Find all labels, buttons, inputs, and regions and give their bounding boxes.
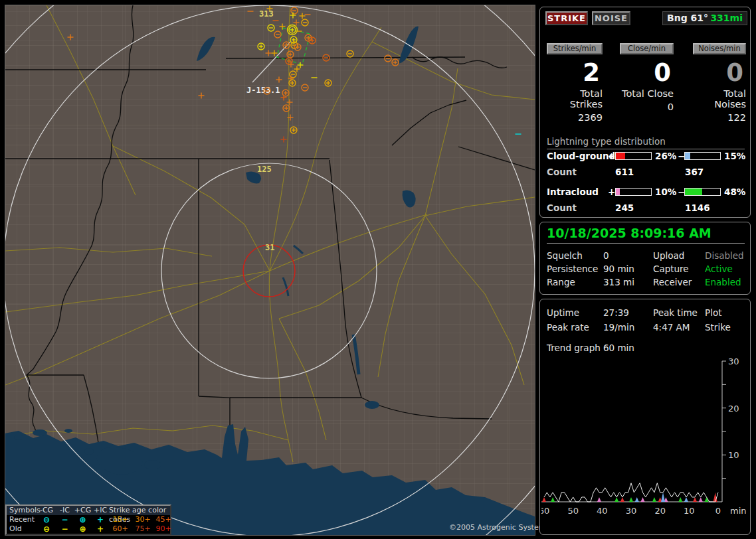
status-field-value: Enabled <box>705 277 741 287</box>
noise-button[interactable]: NOISE <box>592 11 630 25</box>
session-cell: Peak time <box>653 307 698 318</box>
counter-column: Strikes/min2Total Strikes2369 <box>547 43 603 123</box>
session-cell: Plot <box>705 307 721 318</box>
session-cell: 27:39 <box>603 307 629 318</box>
svg-text:J-153.1: J-153.1 <box>246 86 280 95</box>
status-field-label: Capture <box>653 264 689 274</box>
bearing-distance: 331mi <box>710 12 743 25</box>
age-code: 90+ <box>154 524 173 534</box>
distribution-row: Intracloud+10%−48% <box>540 187 751 197</box>
rate-value: 2 <box>547 58 603 87</box>
rate-value: 0 <box>693 58 746 87</box>
map-canvas: J-153.1 31125313 <box>5 5 535 535</box>
legend-row: Recent⊖−⊕+15+30+45+ <box>7 515 170 524</box>
status-field-label: Range <box>547 277 575 287</box>
svg-text:10: 10 <box>728 450 739 460</box>
strike-symbol-glyph: − <box>56 515 74 524</box>
svg-text:40: 40 <box>597 506 608 516</box>
trend-graph: 1020306050403020100min <box>541 352 750 526</box>
svg-text:0: 0 <box>715 506 721 516</box>
count-label: Count <box>547 167 577 177</box>
svg-text:min: min <box>730 506 747 516</box>
legend-panel: Symbols -CG -IC +CG +IC Strike age color… <box>5 504 171 535</box>
status-field-value: 90 min <box>603 264 634 274</box>
minus-percent-bar <box>684 152 721 160</box>
strike-symbol-glyph: ⊕ <box>74 515 92 524</box>
status-field-value: Active <box>705 264 733 274</box>
trend-window-value: 60 min <box>603 343 634 353</box>
legend-row-label: Recent <box>7 515 37 524</box>
count-label: Count <box>547 202 577 213</box>
status-panel: 10/18/2025 8:09:16 AM Squelch0UploadDisa… <box>539 222 751 295</box>
age-code: 15+ <box>109 515 132 524</box>
status-field-value: 313 mi <box>603 277 634 287</box>
session-cell: 19/min <box>603 322 634 333</box>
session-cell: Peak rate <box>547 322 589 333</box>
bearing-value: Bng 61° <box>667 12 708 25</box>
minus-count-value: 367 <box>685 167 704 177</box>
plus-sign: + <box>608 187 615 197</box>
counter-column: Noises/min0Total Noises122 <box>693 43 746 123</box>
total-value: 0 <box>620 102 674 112</box>
plus-percent-bar <box>615 188 652 196</box>
rate-header-button[interactable]: Strikes/min <box>547 43 603 54</box>
plus-count-value: 611 <box>615 167 634 177</box>
lightning-map[interactable]: J-153.1 31125313 <box>5 5 535 535</box>
status-field-label: Squelch <box>547 250 583 261</box>
svg-text:313: 313 <box>259 9 274 19</box>
session-cell: Uptime <box>547 307 579 318</box>
rate-header-button[interactable]: Close/min <box>620 43 674 54</box>
age-code: 60+ <box>109 524 132 534</box>
distribution-count-row: Count2451146 <box>540 202 751 213</box>
total-label: Total Close <box>620 88 674 99</box>
strike-symbol-glyph: + <box>92 515 109 524</box>
strike-symbol-glyph: ⊕ <box>74 524 92 534</box>
status-field-label: Persistence <box>547 264 598 274</box>
rate-value: 0 <box>620 58 674 87</box>
strike-button[interactable]: STRIKE <box>545 11 588 25</box>
svg-text:30: 30 <box>626 506 637 516</box>
plus-percent-value: 26% <box>655 151 676 161</box>
rate-header-button[interactable]: Noises/min <box>693 43 746 54</box>
svg-text:20: 20 <box>654 506 666 516</box>
bearing-display: Bng 61° 331mi <box>662 11 747 25</box>
status-field-label: Upload <box>653 250 684 261</box>
strike-symbol-glyph: ⊖ <box>37 515 56 524</box>
datetime-display: 10/18/2025 8:09:16 AM <box>547 226 745 244</box>
svg-text:20: 20 <box>728 404 739 414</box>
plus-percent-bar <box>615 152 652 160</box>
session-panel: Uptime27:39Peak timePlotPeak rate19/min4… <box>539 299 751 535</box>
distribution-row: Cloud-ground+26%−15% <box>540 151 751 161</box>
strike-symbol-glyph: + <box>92 524 109 534</box>
counter-column: Close/min0Total Close0 <box>620 43 674 112</box>
svg-text:30: 30 <box>728 356 739 366</box>
strike-symbol-glyph: − <box>56 524 74 534</box>
trend-graph-label: Trend graph <box>547 343 601 353</box>
session-cell: Strike <box>705 322 731 333</box>
total-value: 2369 <box>547 112 603 123</box>
legend-row-label: Old <box>7 524 37 534</box>
svg-text:50: 50 <box>567 506 579 516</box>
legend-row: Old⊖−⊕+60+75+90+ <box>7 524 170 534</box>
svg-text:31: 31 <box>265 243 274 252</box>
distribution-type-label: Intracloud <box>547 187 599 197</box>
distribution-count-row: Count611367 <box>540 167 751 177</box>
age-code: 30+ <box>132 515 154 524</box>
copyright-text: ©2005 Astrogenic Systems <box>449 523 549 532</box>
total-value: 122 <box>693 112 746 123</box>
minus-percent-bar <box>684 188 721 196</box>
status-field-value: 0 <box>603 250 609 261</box>
status-field-label: Receiver <box>653 277 692 287</box>
minus-count-value: 1146 <box>685 202 710 213</box>
distribution-title: Lightning type distribution <box>547 136 745 149</box>
svg-text:125: 125 <box>257 165 272 174</box>
status-field-value: Disabled <box>705 250 744 261</box>
minus-percent-value: 48% <box>724 187 745 197</box>
minus-percent-value: 15% <box>724 151 745 161</box>
counters-panel: STRIKE NOISE Bng 61° 331mi Strikes/min2T… <box>539 7 751 218</box>
session-cell: 4:47 AM <box>653 322 690 333</box>
age-code: 75+ <box>132 524 154 534</box>
legend-header: Symbols -CG -IC +CG +IC Strike age color… <box>7 506 170 515</box>
age-code: 45+ <box>154 515 173 524</box>
svg-text:10: 10 <box>684 506 695 516</box>
